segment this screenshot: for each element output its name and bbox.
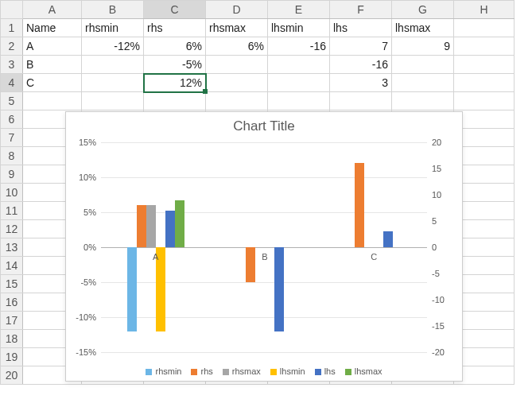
cell-E2[interactable]: -16: [268, 37, 330, 56]
cell-E4[interactable]: [268, 74, 330, 92]
chart-bar: [146, 205, 156, 247]
cell-H4[interactable]: [454, 74, 515, 92]
chart-category-label: C: [334, 252, 414, 262]
cell-B1[interactable]: rhsmin: [82, 19, 144, 37]
chart-plot-area: ABC: [101, 142, 427, 352]
row-header-18[interactable]: 18: [1, 330, 23, 348]
cell-C2[interactable]: 6%: [144, 37, 206, 56]
cell-B3[interactable]: [82, 56, 144, 74]
cell-G2[interactable]: 9: [392, 37, 454, 56]
cell-C3[interactable]: -5%: [144, 56, 206, 74]
row-header-13[interactable]: 13: [1, 238, 23, 257]
embedded-chart[interactable]: Chart Title -15%-10%-5%0%5%10%15% -20-15…: [65, 111, 463, 382]
legend-item: rhs: [191, 366, 212, 376]
legend-item: lhsmax: [345, 366, 382, 376]
cell-G1[interactable]: lhsmax: [392, 19, 454, 37]
col-header-H[interactable]: H: [454, 1, 515, 19]
row-header-10[interactable]: 10: [1, 184, 23, 202]
select-all-corner[interactable]: [1, 1, 23, 19]
row-header-15[interactable]: 15: [1, 275, 23, 293]
row-header-17[interactable]: 17: [1, 312, 23, 330]
chart-bar: [137, 205, 146, 247]
chart-bar: [165, 211, 175, 247]
col-header-A[interactable]: A: [23, 1, 82, 19]
chart-right-axis: -20-15-10-505101520: [429, 142, 460, 351]
row-header-20[interactable]: 20: [1, 366, 23, 385]
chart-title: Chart Title: [66, 112, 462, 138]
cell-B2[interactable]: -12%: [82, 37, 144, 56]
cell-F2[interactable]: 7: [330, 37, 392, 56]
col-header-D[interactable]: D: [206, 1, 268, 19]
cell-G3[interactable]: [392, 56, 454, 74]
cell-D3[interactable]: [206, 56, 268, 74]
cell-A2[interactable]: A: [23, 37, 82, 56]
chart-category-label: B: [225, 252, 305, 262]
legend-item: rhsmax: [223, 366, 261, 376]
row-header-12[interactable]: 12: [1, 220, 23, 238]
chart-bar: [383, 231, 393, 247]
row-header-11[interactable]: 11: [1, 202, 23, 220]
row-header-5[interactable]: 5: [1, 92, 23, 110]
legend-item: rhsmin: [146, 366, 181, 376]
cell-E3[interactable]: [268, 56, 330, 74]
row-header-6[interactable]: 6: [1, 110, 23, 129]
cell-A1[interactable]: Name: [23, 19, 82, 37]
cell-F1[interactable]: lhs: [330, 19, 392, 37]
legend-item: lhsmin: [270, 366, 305, 376]
cell-H3[interactable]: [454, 56, 515, 74]
cell-D4[interactable]: [206, 74, 268, 92]
chart-bar: [355, 163, 364, 247]
cell-C4[interactable]: 12%: [144, 74, 206, 92]
col-header-E[interactable]: E: [268, 1, 330, 19]
legend-item: lhs: [315, 366, 336, 376]
row-header-3[interactable]: 3: [1, 56, 23, 74]
col-header-C[interactable]: C: [144, 1, 206, 19]
cell-H1[interactable]: [454, 19, 515, 37]
cell-D2[interactable]: 6%: [206, 37, 268, 56]
cell-D1[interactable]: rhsmax: [206, 19, 268, 37]
row-header-19[interactable]: 19: [1, 348, 23, 366]
chart-category-label: A: [116, 252, 196, 262]
col-header-B[interactable]: B: [82, 1, 144, 19]
cell-C1[interactable]: rhs: [144, 19, 206, 37]
cell-A4[interactable]: C: [23, 74, 82, 92]
cell-B4[interactable]: [82, 74, 144, 92]
row-header-9[interactable]: 9: [1, 165, 23, 184]
row-header-2[interactable]: 2: [1, 37, 23, 56]
row-header-4[interactable]: 4: [1, 74, 23, 92]
col-header-G[interactable]: G: [392, 1, 454, 19]
cell-G4[interactable]: [392, 74, 454, 92]
chart-bar: [175, 200, 184, 247]
row-header-14[interactable]: 14: [1, 257, 23, 275]
row-header-8[interactable]: 8: [1, 147, 23, 165]
row-header-1[interactable]: 1: [1, 19, 23, 37]
cell-H2[interactable]: [454, 37, 515, 56]
row-header-7[interactable]: 7: [1, 129, 23, 147]
chart-left-axis: -15%-10%-5%0%5%10%15%: [68, 142, 99, 351]
cell-F3[interactable]: -16: [330, 56, 392, 74]
cell-E1[interactable]: lhsmin: [268, 19, 330, 37]
col-header-F[interactable]: F: [330, 1, 392, 19]
row-header-16[interactable]: 16: [1, 293, 23, 312]
chart-legend: rhsminrhsrhsmaxlhsminlhslhsmax: [66, 366, 462, 376]
cell-F4[interactable]: 3: [330, 74, 392, 92]
cell-A3[interactable]: B: [23, 56, 82, 74]
